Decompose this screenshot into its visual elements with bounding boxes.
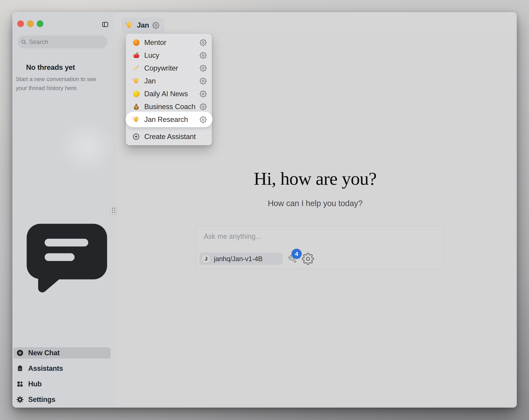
menu-item-label: Business Coach bbox=[144, 103, 200, 111]
menu-item-jan[interactable]: Jan bbox=[126, 75, 212, 87]
gear-icon[interactable] bbox=[200, 90, 207, 97]
greeting-subtitle: How can I help you today? bbox=[115, 199, 515, 208]
gear-icon[interactable] bbox=[200, 65, 207, 72]
menu-item-label: Mentor bbox=[144, 39, 200, 47]
gear-icon[interactable] bbox=[266, 253, 350, 265]
pencil-icon bbox=[132, 64, 140, 72]
apple-icon bbox=[132, 51, 140, 59]
circle-plus-icon bbox=[132, 133, 140, 141]
gear-icon[interactable] bbox=[200, 78, 207, 85]
gear-icon[interactable] bbox=[152, 22, 159, 29]
menu-item-business-coach[interactable]: Business Coach bbox=[126, 100, 212, 113]
gear-filled-icon bbox=[16, 396, 24, 404]
tools-count-badge: 4 bbox=[291, 249, 302, 259]
empty-state-description: Start a new conversation to see your thr… bbox=[16, 75, 107, 93]
menu-item-label: Jan bbox=[144, 77, 200, 85]
gear-icon[interactable] bbox=[200, 39, 207, 46]
wave-icon bbox=[132, 116, 140, 124]
assistant-icon bbox=[16, 365, 24, 372]
gear-icon[interactable] bbox=[200, 52, 207, 59]
search-icon bbox=[21, 39, 27, 45]
composer-card: J janhq/Jan-v1-4B 4 bbox=[196, 226, 444, 269]
yellow-circle-icon bbox=[132, 90, 140, 98]
model-avatar: J bbox=[201, 254, 211, 263]
wave-icon bbox=[125, 21, 134, 30]
gear-icon[interactable] bbox=[200, 116, 207, 123]
search-input[interactable] bbox=[29, 36, 106, 48]
nav-item-label: Hub bbox=[28, 380, 42, 388]
gear-icon[interactable] bbox=[200, 103, 207, 110]
hub-grid-icon bbox=[16, 380, 24, 388]
create-assistant-label: Create Assistant bbox=[144, 133, 196, 141]
money-bag-icon bbox=[132, 103, 140, 111]
menu-item-label: Jan Research bbox=[144, 116, 200, 124]
menu-divider bbox=[126, 128, 212, 128]
sidebar-item-new-chat[interactable]: New Chat bbox=[13, 347, 111, 359]
search-box[interactable] bbox=[17, 36, 107, 48]
sidebar-item-assistants[interactable]: Assistants bbox=[13, 363, 111, 374]
menu-item-mentor[interactable]: Mentor bbox=[126, 36, 212, 49]
assistant-menu: Mentor Lucy Copywriter Jan Daily AI News… bbox=[126, 34, 212, 145]
menu-item-daily-ai-news[interactable]: Daily AI News bbox=[126, 87, 212, 100]
assistant-selector-button[interactable]: Jan bbox=[121, 18, 164, 33]
sidebar: No threads yet Start a new conversation … bbox=[13, 12, 115, 407]
sidebar-item-settings[interactable]: Settings bbox=[13, 394, 111, 405]
assistant-selector-label: Jan bbox=[137, 21, 149, 29]
menu-item-label: Lucy bbox=[144, 51, 200, 59]
empty-state-title: No threads yet bbox=[26, 63, 75, 72]
orange-circle-icon bbox=[132, 39, 140, 47]
app-window: No threads yet Start a new conversation … bbox=[13, 12, 517, 407]
create-assistant-button[interactable]: Create Assistant bbox=[126, 131, 212, 143]
sidebar-resize-handle[interactable] bbox=[111, 206, 117, 214]
model-name: janhq/Jan-v1-4B bbox=[214, 255, 263, 263]
model-selector[interactable]: J janhq/Jan-v1-4B bbox=[199, 253, 283, 265]
message-input[interactable] bbox=[196, 226, 444, 249]
main-header: Jan bbox=[115, 12, 517, 34]
sidebar-item-hub[interactable]: Hub bbox=[13, 378, 111, 390]
wave-icon bbox=[132, 77, 140, 85]
menu-item-jan-research[interactable]: Jan Research bbox=[126, 113, 212, 126]
nav-item-label: New Chat bbox=[28, 349, 60, 357]
menu-item-label: Copywriter bbox=[144, 64, 200, 72]
greeting-heading: Hi, how are you? bbox=[115, 168, 515, 189]
plus-circle-icon bbox=[16, 349, 24, 357]
nav-item-label: Assistants bbox=[28, 364, 63, 373]
menu-item-label: Daily AI News bbox=[144, 90, 200, 98]
nav-item-label: Settings bbox=[28, 395, 55, 404]
menu-item-lucy[interactable]: Lucy bbox=[126, 49, 212, 62]
menu-item-copywriter[interactable]: Copywriter bbox=[126, 62, 212, 75]
